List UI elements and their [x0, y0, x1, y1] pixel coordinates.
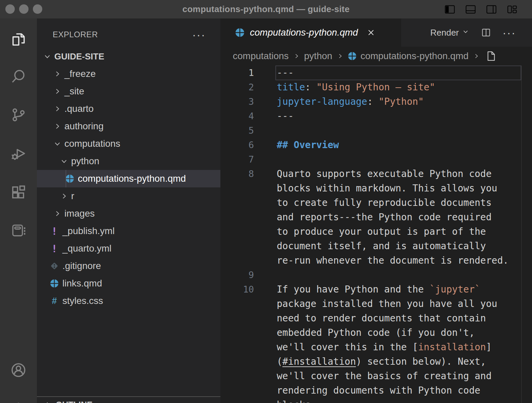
close-icon[interactable] — [367, 28, 375, 37]
code-line-8[interactable]: 8Quarto supports executable Python code — [220, 167, 532, 181]
files-icon[interactable] — [0, 30, 37, 49]
code-line-5[interactable]: 5 — [220, 123, 532, 138]
file-tree: GUIDE-SITE _freeze_site.quartoauthoringc… — [37, 48, 220, 310]
tree-item-label: links.qmd — [62, 278, 102, 289]
git-icon — [50, 261, 59, 271]
code-line-wrapped[interactable]: package installed then you have all you — [220, 297, 532, 311]
split-editor-icon[interactable] — [481, 28, 491, 38]
notebook-icon[interactable] — [0, 221, 37, 240]
render-label: Render — [430, 28, 459, 38]
chevron-right-icon — [60, 192, 68, 200]
tree-item-python[interactable]: python — [37, 152, 220, 170]
quarto-icon — [348, 52, 357, 60]
more-actions-icon[interactable]: ··· — [192, 31, 206, 38]
chevron-right-icon — [53, 104, 62, 113]
code-text: blocks. — [277, 399, 316, 403]
code-line-6[interactable]: 6## Overview — [220, 138, 532, 152]
tree-item-computations[interactable]: computations — [37, 135, 220, 152]
code-text: (#installation) section below). Next, — [277, 356, 486, 367]
code-text: title: "Using Python – site" — [277, 82, 435, 93]
css-icon: # — [50, 296, 59, 306]
chevron-right-icon — [53, 122, 62, 131]
toggle-secondary-sidebar-icon[interactable] — [486, 4, 497, 14]
code-line-wrapped[interactable]: blocks within markdown. This allows you — [220, 181, 532, 195]
code-line-wrapped[interactable]: re-run whenever the document is rendered… — [220, 253, 532, 268]
line-number: 10 — [220, 284, 254, 295]
code-text: to create fully reproducible documents — [277, 197, 492, 208]
line-number: 5 — [220, 125, 254, 136]
tab-bar: computations-python.qmd Render ··· — [220, 18, 532, 47]
code-editor[interactable]: 1---2title: "Using Python – site"3jupyte… — [220, 65, 532, 403]
breadcrumb-item-computations[interactable]: computations — [233, 51, 289, 61]
current-line-highlight — [275, 65, 521, 80]
search-icon[interactable] — [0, 67, 37, 86]
code-line-3[interactable]: 3jupyter-language: "Python" — [220, 94, 532, 109]
code-line-wrapped[interactable]: need to render documents that contain — [220, 311, 532, 325]
extensions-icon[interactable] — [0, 183, 37, 202]
code-line-wrapped[interactable]: embedded Python code (if you don't, — [220, 325, 532, 340]
code-text: rendering documents with Python code — [277, 385, 480, 396]
code-line-7[interactable]: 7 — [220, 152, 532, 167]
outline-section-header[interactable]: OUTLINE — [37, 398, 220, 403]
code-line-4[interactable]: 4--- — [220, 109, 532, 123]
code-line-wrapped[interactable]: we'll cover the basics of creating and — [220, 369, 532, 383]
source-control-icon[interactable] — [0, 105, 37, 124]
tree-item--freeze[interactable]: _freeze — [37, 65, 220, 83]
code-text: need to render documents that contain — [277, 313, 486, 324]
tree-item-label: python — [71, 156, 99, 167]
code-line-wrapped[interactable]: and reports---the Python code required — [220, 210, 532, 224]
breadcrumb-item-python[interactable]: python — [304, 51, 332, 61]
quarto-icon — [50, 279, 59, 288]
tree-item--quarto-yml[interactable]: !_quarto.yml — [37, 240, 220, 257]
more-actions-icon[interactable]: ··· — [502, 29, 516, 36]
toggle-panel-icon[interactable] — [465, 4, 476, 14]
line-number: 8 — [220, 169, 254, 179]
tree-item-label: .quarto — [64, 103, 94, 114]
tree-item-images[interactable]: images — [37, 205, 220, 222]
tree-item--gitignore[interactable]: .gitignore — [37, 257, 220, 275]
tree-item--publish-yml[interactable]: !_publish.yml — [37, 222, 220, 240]
code-line-10[interactable]: 10If you have Python and the `jupyter` — [220, 282, 532, 297]
account-icon[interactable] — [0, 361, 37, 379]
tree-item-r[interactable]: r — [37, 187, 220, 205]
render-button[interactable]: Render — [430, 28, 470, 38]
tree-item--quarto[interactable]: .quarto — [37, 100, 220, 118]
tree-item-authoring[interactable]: authoring — [37, 118, 220, 135]
code-line-wrapped[interactable]: we'll cover this in the [installation] — [220, 340, 532, 354]
code-line-2[interactable]: 2title: "Using Python – site" — [220, 80, 532, 94]
run-debug-icon[interactable] — [0, 144, 37, 163]
activity-bar — [0, 18, 37, 403]
tree-item-links-qmd[interactable]: links.qmd — [37, 275, 220, 292]
code-line-1[interactable]: 1--- — [220, 65, 532, 80]
layout-controls — [444, 0, 518, 18]
tree-item-computations-python-qmd[interactable]: computations-python.qmd — [37, 170, 220, 187]
line-number: 9 — [220, 270, 254, 280]
tree-root-guide-site[interactable]: GUIDE-SITE — [37, 48, 220, 65]
chevron-right-icon — [53, 70, 62, 78]
line-number: 7 — [220, 154, 254, 165]
code-line-wrapped[interactable]: to produce your output is part of the — [220, 224, 532, 239]
quarto-icon — [65, 174, 74, 183]
tree-item-label: _publish.yml — [62, 226, 115, 236]
code-line-9[interactable]: 9 — [220, 268, 532, 282]
chevron-right-icon — [53, 87, 62, 96]
tree-item--site[interactable]: _site — [37, 83, 220, 100]
breadcrumb: computationspythoncomputations-python.qm… — [220, 47, 532, 65]
code-line-wrapped[interactable]: (#installation) section below). Next, — [220, 354, 532, 369]
toggle-primary-sidebar-icon[interactable] — [444, 4, 456, 14]
code-line-wrapped[interactable]: blocks. — [220, 398, 532, 403]
chevron-down-icon — [53, 139, 62, 148]
outline-label: OUTLINE — [56, 400, 93, 403]
breadcrumb-item-file[interactable]: computations-python.qmd — [361, 51, 469, 61]
tree-items: _freeze_site.quartoauthoringcomputations… — [37, 65, 220, 310]
tab-computations-python-qmd[interactable]: computations-python.qmd — [220, 18, 401, 47]
gear-icon[interactable] — [0, 400, 37, 403]
file-symbol-icon[interactable] — [485, 50, 498, 62]
chevron-down-icon — [462, 28, 470, 38]
customize-layout-icon[interactable] — [507, 4, 518, 14]
code-line-wrapped[interactable]: rendering documents with Python code — [220, 383, 532, 398]
code-line-wrapped[interactable]: to create fully reproducible documents — [220, 195, 532, 210]
code-line-wrapped[interactable]: document itself, and is automatically — [220, 239, 532, 253]
tree-item-styles-css[interactable]: #styles.css — [37, 292, 220, 310]
editor-group: computations-python.qmd Render ··· compu… — [220, 18, 532, 403]
